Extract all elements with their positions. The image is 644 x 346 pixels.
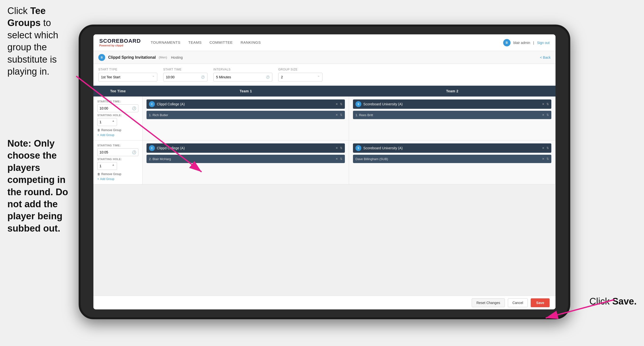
save-button[interactable]: Save <box>531 298 550 307</box>
close-icon-8[interactable]: ✕ <box>542 157 544 161</box>
hosting-label: Hosting <box>171 55 183 59</box>
clock-icon-2: 🕐 <box>266 75 270 79</box>
navbar: SCOREBOARD Powered by clippd TOURNAMENTS… <box>94 34 556 51</box>
team1-avatar-1: C <box>149 101 155 107</box>
team2-row-2[interactable]: S Scoreboard University (A) ✕ ⇅ <box>353 143 551 153</box>
player2-row-1[interactable]: 1. Rees Britt ✕ ⇅ <box>353 111 551 119</box>
team2-avatar-1: S <box>356 101 361 107</box>
player2-name-2: Dave Billingham (SUB) <box>356 157 540 161</box>
intervals-label: Intervals <box>213 68 272 71</box>
arrows-icon-3[interactable]: ⇅ <box>546 102 549 106</box>
player1-row-2[interactable]: 2. Blair McHarg ✕ ⇅ <box>146 155 345 163</box>
start-type-input[interactable]: 1st Tee Start ⌃ <box>98 73 157 81</box>
close-icon-7[interactable]: ✕ <box>542 146 544 150</box>
start-type-label: Start Type <box>98 68 157 71</box>
arrows-icon-2[interactable]: ⇅ <box>340 113 342 117</box>
group-row-2: STARTING TIME: 10:05 🕐 STARTING HOLE: 1 … <box>94 140 556 184</box>
clock-icon-4: 🕐 <box>132 150 136 154</box>
team1-row-2[interactable]: C Clippd College (A) ✕ ⇅ <box>146 143 345 153</box>
add-group-button-2[interactable]: + Add Group <box>97 177 138 181</box>
start-time-field: Start Time 10:00 🕐 <box>163 68 208 81</box>
arrows-icon-4[interactable]: ⇅ <box>546 113 549 117</box>
close-icon-1[interactable]: ✕ <box>336 102 338 106</box>
team1-name-2: Clippd College (A) <box>157 146 334 150</box>
cancel-button[interactable]: Cancel <box>508 298 528 307</box>
team1-name-1: Clippd College (A) <box>157 102 334 106</box>
chevron-icon-4: ⌃ <box>112 164 115 168</box>
tablet-screen: SCOREBOARD Powered by clippd TOURNAMENTS… <box>94 34 556 310</box>
tournament-title: Clippd Spring Invitational <box>108 55 156 60</box>
remove-group-button-1[interactable]: 🗑 Remove Group <box>97 128 138 132</box>
nav-teams[interactable]: TEAMS <box>188 40 202 45</box>
chevron-icon-2: ⌃ <box>317 75 320 79</box>
main-content: Start Type 1st Tee Start ⌃ Start Time 10… <box>94 64 556 310</box>
start-time-input[interactable]: 10:00 🕐 <box>163 73 208 81</box>
starting-hole-label-1: STARTING HOLE: <box>97 114 138 117</box>
player2-row-2[interactable]: Dave Billingham (SUB) ✕ ⇅ <box>353 155 551 163</box>
nav-rankings[interactable]: RANKINGS <box>241 40 261 45</box>
chevron-icon-3: ⌃ <box>112 120 115 124</box>
team2-name-2: Scoreboard University (A) <box>363 146 540 150</box>
group-controls-1: STARTING TIME: 10:00 🕐 STARTING HOLE: 1 … <box>94 96 142 140</box>
team1-actions-1: ✕ ⇅ <box>336 102 342 106</box>
remove-group-button-2[interactable]: 🗑 Remove Group <box>97 172 138 176</box>
sign-out-link[interactable]: Sign out <box>537 41 550 45</box>
logo: SCOREBOARD Powered by clippd <box>99 38 141 47</box>
arrows-icon-7[interactable]: ⇅ <box>546 146 549 150</box>
intervals-field: Intervals 5 Minutes 🕐 <box>213 68 272 81</box>
nav-links: TOURNAMENTS TEAMS COMMITTEE RANKINGS <box>151 40 503 45</box>
groups-area: STARTING TIME: 10:00 🕐 STARTING HOLE: 1 … <box>94 96 556 296</box>
group-size-input[interactable]: 2 ⌃ <box>278 73 322 81</box>
close-icon-2[interactable]: ✕ <box>336 113 338 117</box>
arrows-icon-1[interactable]: ⇅ <box>340 102 342 106</box>
team2-row-1[interactable]: S Scoreboard University (A) ✕ ⇅ <box>353 99 551 109</box>
settings-row: Start Type 1st Tee Start ⌃ Start Time 10… <box>94 64 556 86</box>
arrows-icon-6[interactable]: ⇅ <box>340 157 342 161</box>
starting-hole-input-1[interactable]: 1 ⌃ <box>97 118 117 126</box>
clock-icon: 🕐 <box>201 75 205 79</box>
chevron-icon: ⌃ <box>152 75 154 79</box>
nav-tournaments[interactable]: TOURNAMENTS <box>151 40 180 45</box>
close-icon-5[interactable]: ✕ <box>336 146 338 150</box>
team1-actions-2: ✕ ⇅ <box>336 146 342 150</box>
starting-hole-input-2[interactable]: 1 ⌃ <box>97 162 117 170</box>
arrows-icon-8[interactable]: ⇅ <box>546 157 549 161</box>
team1-cell-1: C Clippd College (A) ✕ ⇅ 1. Rich Butler … <box>142 96 349 140</box>
arrows-icon-5[interactable]: ⇅ <box>340 146 342 150</box>
group-row: STARTING TIME: 10:00 🕐 STARTING HOLE: 1 … <box>94 96 556 140</box>
team2-name-1: Scoreboard University (A) <box>363 102 540 106</box>
reset-button[interactable]: Reset Changes <box>472 298 505 307</box>
team1-header: Team 1 <box>142 86 349 96</box>
plus-icon-2: + <box>97 177 99 181</box>
team2-cell-2: S Scoreboard University (A) ✕ ⇅ Dave Bil… <box>349 140 556 184</box>
team2-cell-1: S Scoreboard University (A) ✕ ⇅ 1. Rees … <box>349 96 556 140</box>
starting-time-input-1[interactable]: 10:00 🕐 <box>97 104 138 112</box>
avatar: B <box>503 39 510 46</box>
close-icon-3[interactable]: ✕ <box>542 102 544 106</box>
player1-row-1[interactable]: 1. Rich Butler ✕ ⇅ <box>146 111 345 119</box>
sub-header: B Clippd Spring Invitational (Men) Hosti… <box>94 51 556 64</box>
add-group-button-1[interactable]: + Add Group <box>97 133 138 137</box>
intervals-input[interactable]: 5 Minutes 🕐 <box>213 73 272 81</box>
divider: | <box>533 41 534 45</box>
tee-time-header: Tee Time <box>94 86 142 96</box>
team2-avatar-2: S <box>356 145 361 151</box>
user-name: blair admin <box>514 41 530 45</box>
team2-header: Team 2 <box>349 86 556 96</box>
team1-cell-2: C Clippd College (A) ✕ ⇅ 2. Blair McHarg… <box>142 140 349 184</box>
group-size-label: Group Size <box>278 68 322 71</box>
team2-actions-2: ✕ ⇅ <box>542 146 549 150</box>
team2-actions-1: ✕ ⇅ <box>542 102 549 106</box>
powered-by: Powered by clippd <box>99 44 141 47</box>
click-save-label: Click Save. <box>590 296 637 307</box>
logo-text: SCOREBOARD <box>99 38 141 44</box>
starting-time-input-2[interactable]: 10:05 🕐 <box>97 148 138 156</box>
gender-badge: (Men) <box>159 55 167 59</box>
close-icon-4[interactable]: ✕ <box>542 113 544 117</box>
instruction-text: Click Tee Groups to select which group t… <box>7 6 58 77</box>
group-size-field: Group Size 2 ⌃ <box>278 68 322 81</box>
back-button[interactable]: < Back <box>540 55 550 59</box>
team1-row-1[interactable]: C Clippd College (A) ✕ ⇅ <box>146 99 345 109</box>
nav-committee[interactable]: COMMITTEE <box>210 40 233 45</box>
close-icon-6[interactable]: ✕ <box>336 157 338 161</box>
